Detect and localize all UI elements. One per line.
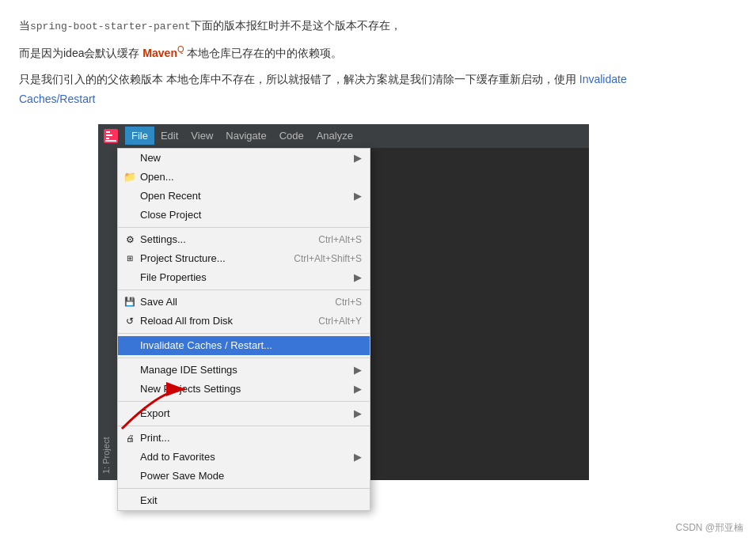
menu-item-print-label: Print...	[140, 432, 170, 444]
arrow-icon: ▶	[354, 271, 362, 283]
ide-body: hel 1: Project New ▶ 📁 Open... Open Rece…	[98, 148, 589, 480]
menu-item-close-project[interactable]: Close Project	[118, 206, 370, 225]
menu-item-exit[interactable]: Exit	[118, 491, 370, 510]
menu-item-manage-ide[interactable]: Manage IDE Settings ▶	[118, 361, 370, 380]
project-structure-icon: ⊞	[123, 254, 137, 263]
menu-item-export[interactable]: Export ▶	[118, 404, 370, 423]
save-all-shortcut: Ctrl+S	[335, 297, 362, 308]
ide-screenshot: File Edit View Navigate Code Analyze hel…	[98, 124, 589, 480]
separator-4	[118, 358, 370, 358]
menu-item-power-save-label: Power Save Mode	[140, 470, 224, 482]
menubar: File Edit View Navigate Code Analyze	[98, 124, 589, 148]
paragraph3: 只是我们引入的的父依赖版本 本地仓库中不存在，所以就报错了，解决方案就是我们清除…	[19, 70, 737, 109]
arrow-icon: ▶	[354, 407, 362, 419]
separator-7	[118, 488, 370, 489]
svg-rect-3	[106, 138, 109, 139]
menu-item-print[interactable]: 🖨 Print...	[118, 429, 370, 448]
separator-1	[118, 227, 370, 228]
menu-item-favorites-label: Add to Favorites	[140, 451, 215, 463]
arrow-icon: ▶	[354, 152, 362, 164]
print-icon: 🖨	[123, 433, 137, 443]
menu-item-open-recent-label: Open Recent	[140, 190, 201, 202]
separator-3	[118, 333, 370, 334]
save-icon: 💾	[123, 297, 137, 307]
menu-item-save-all-label: Save All	[140, 296, 177, 308]
separator-2	[118, 289, 370, 290]
separator-6	[118, 426, 370, 426]
menu-item-new[interactable]: New ▶	[118, 149, 370, 168]
arrow-icon: ▶	[354, 383, 362, 395]
menu-file[interactable]: File	[125, 127, 154, 145]
menu-item-invalidate-label: Invalidate Caches / Restart...	[140, 339, 272, 351]
menu-item-settings-label: Settings...	[140, 233, 186, 245]
menu-analyze[interactable]: Analyze	[310, 127, 359, 145]
svg-rect-2	[106, 134, 112, 136]
sidebar-tab-project[interactable]: 1: Project	[98, 148, 117, 480]
intellij-logo	[103, 128, 119, 144]
code-spring-boot: spring-boot-starter-parent	[30, 21, 191, 32]
menu-edit[interactable]: Edit	[154, 127, 184, 145]
menu-item-reload-label: Reload All from Disk	[140, 315, 233, 327]
menu-item-project-structure[interactable]: ⊞ Project Structure... Ctrl+Alt+Shift+S	[118, 249, 370, 268]
arrow-icon: ▶	[354, 190, 362, 202]
menu-code[interactable]: Code	[273, 127, 310, 145]
separator-5	[118, 401, 370, 402]
reload-icon: ↺	[123, 316, 137, 327]
menu-item-manage-ide-label: Manage IDE Settings	[140, 364, 237, 376]
maven-link: Maven	[142, 47, 177, 59]
arrow-icon: ▶	[354, 364, 362, 376]
reload-shortcut: Ctrl+Alt+Y	[318, 316, 362, 327]
menu-item-settings[interactable]: ⚙ Settings... Ctrl+Alt+S	[118, 230, 370, 249]
settings-icon: ⚙	[123, 234, 137, 245]
menu-item-favorites[interactable]: Add to Favorites ▶	[118, 448, 370, 467]
file-dropdown-menu: New ▶ 📁 Open... Open Recent ▶ Close Proj…	[117, 148, 370, 511]
menu-item-file-properties[interactable]: File Properties ▶	[118, 268, 370, 287]
menu-item-power-save[interactable]: Power Save Mode	[118, 467, 370, 486]
menu-item-new-label: New	[140, 152, 161, 164]
menu-item-new-projects-settings[interactable]: New Projects Settings ▶	[118, 380, 370, 399]
menu-item-file-properties-label: File Properties	[140, 271, 207, 283]
project-structure-shortcut: Ctrl+Alt+Shift+S	[294, 253, 362, 264]
svg-rect-4	[105, 140, 116, 142]
paragraph1: 当spring-boot-starter-parent下面的版本报红时并不是这个…	[19, 16, 737, 36]
menu-item-invalidate-caches[interactable]: Invalidate Caches / Restart...	[118, 336, 370, 355]
settings-shortcut: Ctrl+Alt+S	[318, 234, 362, 245]
paragraph2: 而是因为idea会默认缓存 MavenQ 本地仓库已存在的中的依赖项。	[19, 42, 737, 63]
menu-item-exit-label: Exit	[140, 494, 158, 506]
menu-item-project-structure-label: Project Structure...	[140, 252, 226, 264]
menu-item-save-all[interactable]: 💾 Save All Ctrl+S	[118, 293, 370, 312]
menu-item-open[interactable]: 📁 Open...	[118, 168, 370, 187]
credit-text: CSDN @邢亚楠	[675, 521, 743, 535]
menu-item-open-label: Open...	[140, 171, 174, 183]
menu-item-new-projects-label: New Projects Settings	[140, 383, 241, 395]
menu-navigate[interactable]: Navigate	[219, 127, 272, 145]
menu-item-reload[interactable]: ↺ Reload All from Disk Ctrl+Alt+Y	[118, 312, 370, 331]
menu-item-open-recent[interactable]: Open Recent ▶	[118, 187, 370, 206]
svg-rect-1	[106, 131, 110, 133]
menu-view[interactable]: View	[184, 127, 219, 145]
arrow-icon: ▶	[354, 451, 362, 463]
menu-item-close-project-label: Close Project	[140, 209, 201, 221]
folder-icon: 📁	[123, 171, 137, 183]
menu-item-export-label: Export	[140, 407, 170, 419]
